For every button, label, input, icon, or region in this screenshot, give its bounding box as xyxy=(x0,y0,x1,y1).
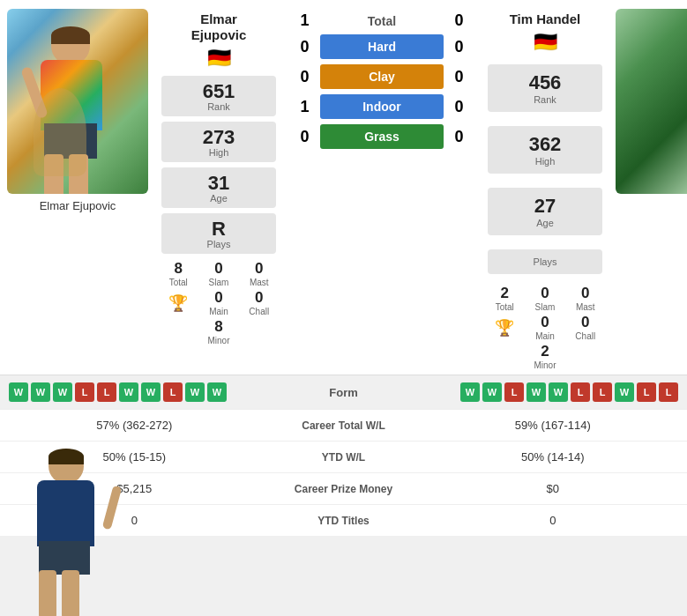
indoor-left-score: 1 xyxy=(294,98,316,116)
left-form-7: W xyxy=(141,382,161,402)
right-form-badges: W W L W W L L W L L xyxy=(397,382,679,402)
left-stats-col: Elmar Ejupovic 🇩🇪 651 Rank 273 High 31 A… xyxy=(148,0,289,375)
ytd-titles-label: YTD Titles xyxy=(256,515,432,527)
right-rank-label: Rank xyxy=(534,94,556,105)
right-plays-label: Plays xyxy=(534,256,557,267)
right-plays-area: Plays xyxy=(488,249,602,274)
left-form-badges: W W W L L W W L W W xyxy=(9,382,291,402)
right-chall-cell: 0 Chall xyxy=(560,314,612,341)
right-form-6: L xyxy=(571,382,590,402)
right-age-area: 27 Age xyxy=(488,188,602,235)
right-mast-lbl: Mast xyxy=(560,302,612,312)
left-slam-val: 0 xyxy=(207,260,229,278)
right-career-total: 59% (167-114) xyxy=(432,419,675,432)
right-form-7: L xyxy=(593,382,612,402)
right-slam-val: 0 xyxy=(534,285,556,302)
left-total-val: 8 xyxy=(153,260,204,278)
left-plays-box: R Plays xyxy=(161,213,276,254)
right-form-8: W xyxy=(615,382,634,402)
right-rank-value: 456 xyxy=(529,71,562,94)
left-form-10: W xyxy=(207,382,227,402)
left-main-val: 0 xyxy=(207,289,229,307)
right-main-cell: 0 Main xyxy=(534,314,556,341)
comparison-area: Elmar Ejupovic Elmar Ejupovic 🇩🇪 651 Ran… xyxy=(0,0,687,375)
left-mast-cell: 0 Mast xyxy=(234,260,286,287)
grass-badge: Grass xyxy=(320,124,444,149)
right-chall-lbl: Chall xyxy=(560,331,612,341)
left-high-value: 273 xyxy=(170,126,267,149)
right-total-cell: 2 Total xyxy=(479,285,530,312)
left-flag: 🇩🇪 xyxy=(207,47,231,70)
grass-court-row: 0 Grass 0 xyxy=(294,124,470,149)
left-total-lbl: Total xyxy=(153,278,204,287)
right-age-label: Age xyxy=(536,218,554,228)
left-form-8: L xyxy=(163,382,183,402)
clay-left-score: 0 xyxy=(294,68,316,86)
left-main-cell: 0 Main xyxy=(207,289,229,316)
right-prize-money: $0 xyxy=(432,482,675,495)
total-left-score: 1 xyxy=(294,11,316,30)
right-slam-lbl: Slam xyxy=(534,302,556,312)
hard-right-score: 0 xyxy=(448,38,470,56)
left-rank-box: 651 Rank xyxy=(161,76,276,116)
right-high-value: 362 xyxy=(529,133,562,156)
total-right-score: 0 xyxy=(448,11,470,30)
ytd-wl-label: YTD W/L xyxy=(256,451,432,464)
left-plays-label: Plays xyxy=(170,239,267,249)
left-high-box: 273 High xyxy=(161,122,276,162)
right-age-value: 27 xyxy=(534,195,556,218)
left-minor-val: 8 xyxy=(207,318,229,336)
right-form-2: W xyxy=(482,382,502,402)
right-ytd-titles: 0 xyxy=(432,514,675,527)
left-plays-value: R xyxy=(170,218,267,241)
left-form-5: L xyxy=(97,382,116,402)
left-minor-lbl: Minor xyxy=(207,336,229,345)
left-form-3: W xyxy=(53,382,72,402)
indoor-right-score: 0 xyxy=(448,98,470,116)
left-rank-label: Rank xyxy=(170,101,267,112)
right-form-9: L xyxy=(637,382,656,402)
career-total-row: 57% (362-272) Career Total W/L 59% (167-… xyxy=(0,409,687,441)
left-trophy-icon: 🏆 xyxy=(153,289,204,316)
form-section: W W W L L W W L W W Form W W L W W L L W… xyxy=(0,375,687,409)
right-grid-stats: 2 Total 0 Slam 0 Mast 🏆 0 Main 0 xyxy=(479,285,611,370)
left-form-2: W xyxy=(31,382,50,402)
right-name-text: Tim Handel xyxy=(510,11,581,26)
right-form-5: W xyxy=(549,382,568,402)
right-total-lbl: Total xyxy=(479,302,530,312)
indoor-badge: Indoor xyxy=(320,94,444,119)
hard-court-row: 0 Hard 0 xyxy=(294,34,470,59)
left-chall-val: 0 xyxy=(234,289,286,307)
left-age-label: Age xyxy=(170,193,267,204)
right-form-4: W xyxy=(526,382,546,402)
left-slam-lbl: Slam xyxy=(207,278,229,287)
left-photo-col: Elmar Ejupovic xyxy=(0,0,148,375)
indoor-court-row: 1 Indoor 0 xyxy=(294,94,470,119)
right-player-name: Tim Handel xyxy=(510,11,581,27)
left-form-6: W xyxy=(119,382,138,402)
clay-court-row: 0 Clay 0 xyxy=(294,64,470,89)
right-minor-val: 2 xyxy=(534,343,556,360)
left-total-cell: 8 Total xyxy=(153,260,204,287)
right-trophy-icon: 🏆 xyxy=(479,314,530,341)
left-chall-lbl: Chall xyxy=(234,307,286,316)
grass-left-score: 0 xyxy=(294,128,316,146)
form-label: Form xyxy=(291,386,397,399)
right-flag: 🇩🇪 xyxy=(534,31,557,54)
left-career-total: 57% (362-272) xyxy=(13,419,256,432)
right-mast-val: 0 xyxy=(560,285,612,302)
right-total-val: 2 xyxy=(479,285,530,302)
left-mast-val: 0 xyxy=(234,260,286,278)
right-mast-cell: 0 Mast xyxy=(560,285,612,312)
left-mast-lbl: Mast xyxy=(234,278,286,287)
right-minor-cell: 2 Minor xyxy=(534,343,556,370)
right-high-label: High xyxy=(535,156,556,167)
right-main-lbl: Main xyxy=(534,331,556,341)
total-row: 1 Total 0 xyxy=(294,11,470,30)
right-slam-cell: 0 Slam xyxy=(534,285,556,312)
right-minor-lbl: Minor xyxy=(534,360,556,370)
left-high-label: High xyxy=(170,147,267,158)
left-rank-value: 651 xyxy=(170,80,267,103)
prize-money-label: Career Prize Money xyxy=(256,483,432,495)
right-main-val: 0 xyxy=(534,314,556,331)
